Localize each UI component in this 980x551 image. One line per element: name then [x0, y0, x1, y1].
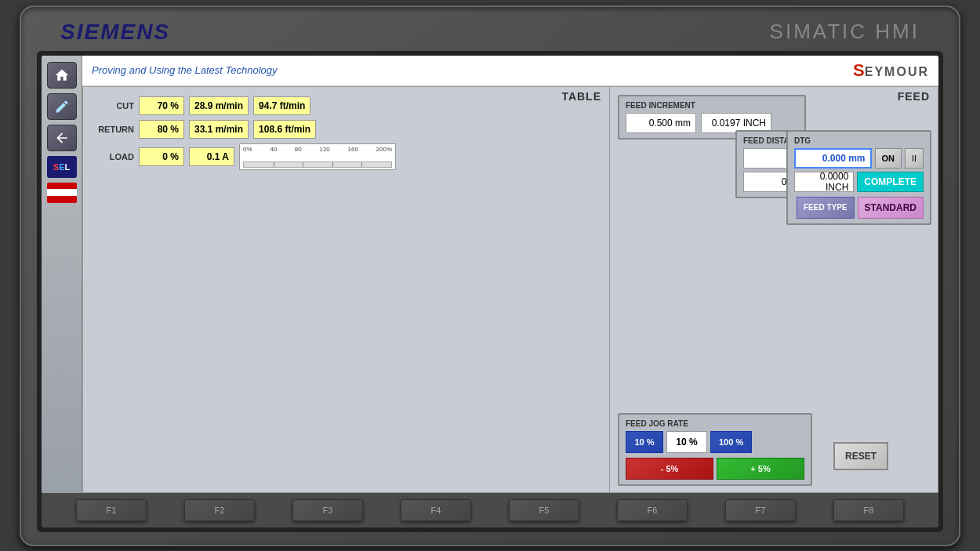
complete-button[interactable]: COMPLETE [857, 172, 924, 192]
table-panel: TABLE CUT 70 % 28.9 m/min 94.7 ft/min [82, 86, 609, 493]
feed-panel: FEED FEED INCREMENT 0.500 mm 0.0197 INCH… [609, 86, 938, 493]
reset-button[interactable]: RESET [833, 442, 888, 470]
plus-5-button[interactable]: + 5% [717, 458, 804, 480]
simatic-label: SIMATIC HMI [770, 20, 920, 44]
feed-control-row: FEED TYPE STANDARD [794, 197, 924, 219]
dtg-inch-field[interactable]: 0.0000 INCH [794, 172, 854, 192]
minus-5-button[interactable]: - 5% [626, 458, 713, 480]
f6-key[interactable]: F6 [617, 499, 688, 521]
sel-badge: SEL [47, 156, 77, 178]
main-content: Proving and Using the Latest Technology … [82, 56, 938, 493]
jog-buttons-row: 10 % 10 % 100 % [626, 431, 804, 453]
jog-10-1-button[interactable]: 10 % [626, 431, 663, 453]
dtg-inch-row: 0.0000 INCH COMPLETE [794, 172, 924, 192]
f1-key[interactable]: F1 [76, 499, 147, 521]
jog-adjust-row: - 5% + 5% [626, 458, 804, 480]
sidebar: SEL [42, 56, 82, 493]
function-keys-row: F1 F2 F3 F4 F5 F6 F7 F8 [42, 493, 938, 527]
panels-row: TABLE CUT 70 % 28.9 m/min 94.7 ft/min [82, 86, 938, 493]
function-keys-container: F1 F2 F3 F4 F5 F6 F7 F8 [42, 493, 938, 527]
pause-button[interactable]: II [905, 148, 924, 169]
feed-panel-title: FEED [898, 90, 930, 103]
feed-jog-label: FEED JOG RATE [626, 419, 804, 428]
siemens-logo: SIEMENS [60, 20, 170, 45]
cut-speed-metric-field[interactable]: 28.9 m/min [189, 96, 249, 115]
feed-inc-mm-field[interactable]: 0.500 mm [626, 113, 696, 133]
feed-type-button[interactable]: FEED TYPE [797, 197, 855, 219]
return-row: RETURN 80 % 33.1 m/min 108.6 ft/min [91, 120, 601, 139]
table-rows: CUT 70 % 28.9 m/min 94.7 ft/min RETURN 8… [91, 96, 601, 170]
tagline: Proving and Using the Latest Technology [92, 64, 278, 76]
cut-speed-imperial-field[interactable]: 94.7 ft/min [253, 96, 310, 115]
standard-button[interactable]: STANDARD [858, 197, 924, 219]
load-row: LOAD 0 % 0.1 A 0%4080120160200% [91, 143, 601, 170]
cut-label: CUT [91, 101, 134, 111]
screen: SEL Proving and Using the Latest Technol… [42, 56, 938, 493]
f3-key[interactable]: F3 [292, 499, 363, 521]
seymour-logo: SEYMOUR [853, 60, 929, 81]
feed-jog-section: FEED JOG RATE 10 % 10 % 100 % - 5% + 5% [618, 413, 812, 486]
load-label: LOAD [91, 152, 134, 161]
f5-key[interactable]: F5 [509, 499, 579, 521]
f2-key[interactable]: F2 [184, 499, 255, 521]
dtg-mm-row: 0.000 mm ON II [794, 148, 924, 169]
load-bar-labels: 0%4080120160200% [243, 146, 392, 153]
f4-key[interactable]: F4 [401, 499, 471, 521]
cut-row: CUT 70 % 28.9 m/min 94.7 ft/min [91, 96, 601, 115]
return-pct-field[interactable]: 80 % [139, 120, 184, 139]
feed-increment-label: FEED INCREMENT [626, 101, 798, 110]
device-body: SIEMENS SIMATIC HMI SEL [20, 5, 960, 546]
jog-100-button[interactable]: 100 % [710, 431, 752, 453]
screen-bezel: SEL Proving and Using the Latest Technol… [37, 51, 943, 532]
return-speed-imperial-field[interactable]: 108.6 ft/min [253, 120, 316, 139]
table-panel-title: TABLE [561, 90, 601, 103]
pen-button[interactable] [47, 93, 77, 120]
on-button[interactable]: ON [875, 148, 902, 169]
device-header: SIEMENS SIMATIC HMI [37, 20, 943, 45]
dtg-section: DTG 0.000 mm ON II 0.0000 INCH COMPLETE [786, 130, 931, 225]
f7-key[interactable]: F7 [725, 499, 796, 521]
dtg-mm-field[interactable]: 0.000 mm [794, 148, 872, 169]
load-bar-track [243, 161, 392, 168]
load-pct-field[interactable]: 0 % [139, 147, 184, 166]
f8-key[interactable]: F8 [833, 499, 904, 521]
jog-display: 10 % [666, 431, 707, 453]
back-button[interactable] [47, 125, 77, 151]
load-bar: 0%4080120160200% [239, 143, 396, 170]
return-label: RETURN [91, 125, 134, 134]
load-current-field[interactable]: 0.1 A [189, 147, 234, 166]
cut-pct-field[interactable]: 70 % [139, 96, 184, 115]
return-speed-metric-field[interactable]: 33.1 m/min [189, 120, 249, 139]
flag-badge [47, 183, 77, 203]
screen-header: Proving and Using the Latest Technology … [82, 56, 938, 86]
home-button[interactable] [47, 62, 77, 89]
dtg-label: DTG [794, 136, 924, 145]
